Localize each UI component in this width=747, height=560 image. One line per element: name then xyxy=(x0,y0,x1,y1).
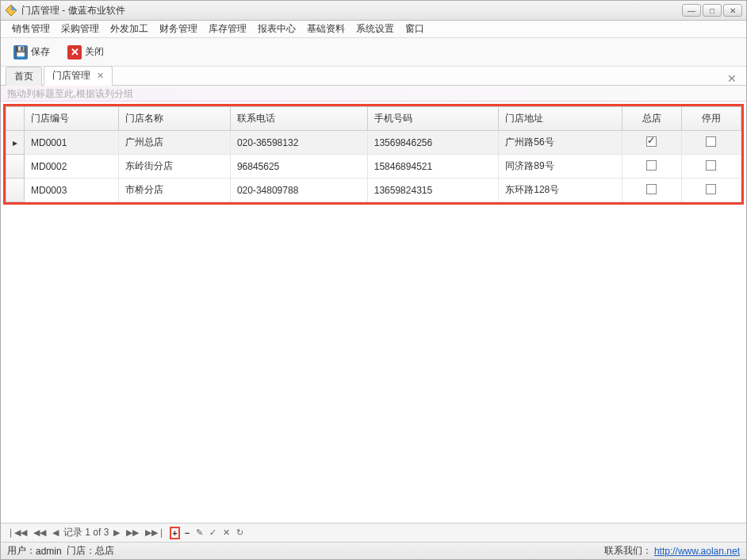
menu-purchase[interactable]: 采购管理 xyxy=(56,21,104,37)
nav-add-icon[interactable]: + xyxy=(170,527,179,539)
cell-name[interactable]: 广州总店 xyxy=(118,131,230,155)
nav-refresh-icon[interactable]: ↻ xyxy=(235,527,245,538)
close-label: 关闭 xyxy=(85,45,104,59)
row-marker-header xyxy=(6,107,25,131)
nav-nextpage-icon[interactable]: ▶▶ xyxy=(125,527,140,538)
grid-area: 门店编号 门店名称 联系电话 手机号码 门店地址 总店 停用 ▸ MD0001 … xyxy=(1,102,746,523)
close-window-button[interactable]: ✕ xyxy=(723,4,742,17)
window-controls: — □ ✕ xyxy=(682,4,742,17)
col-name[interactable]: 门店名称 xyxy=(118,107,230,131)
record-navigator: ❘◀◀ ◀◀ ◀ 记录 1 of 3 ▶ ▶▶ ▶▶❘ + − ✎ ✓ ✕ ↻ xyxy=(1,523,746,542)
cell-tel[interactable]: 020-34809788 xyxy=(230,178,367,202)
app-window: 门店管理 - 傲蓝布业软件 — □ ✕ 销售管理 采购管理 外发加工 财务管理 … xyxy=(0,0,747,560)
tabbar: 首页 门店管理 ✕ ✕ xyxy=(1,67,746,86)
cell-tel[interactable]: 96845625 xyxy=(230,155,367,178)
save-label: 保存 xyxy=(31,45,50,59)
menu-sales[interactable]: 销售管理 xyxy=(7,21,55,37)
tab-store-manage[interactable]: 门店管理 ✕ xyxy=(44,66,113,86)
save-button[interactable]: 💾 保存 xyxy=(9,43,55,62)
table-row[interactable]: MD0002 东岭街分店 96845625 15846894521 同济路89号 xyxy=(6,155,741,178)
store-table: 门店编号 门店名称 联系电话 手机号码 门店地址 总店 停用 ▸ MD0001 … xyxy=(6,106,741,202)
status-user: admin xyxy=(36,546,62,557)
status-link[interactable]: http://www.aolan.net xyxy=(654,546,740,557)
table-row[interactable]: ▸ MD0001 广州总店 020-36598132 13569846256 广… xyxy=(6,131,741,155)
row-marker xyxy=(6,178,25,202)
tab-home-label: 首页 xyxy=(14,71,33,82)
row-marker xyxy=(6,155,25,178)
nav-last-icon[interactable]: ▶▶❘ xyxy=(144,527,167,538)
nav-next-icon[interactable]: ▶ xyxy=(112,527,121,538)
menu-window[interactable]: 窗口 xyxy=(400,21,429,37)
status-user-label: 用户： xyxy=(7,544,36,558)
col-addr[interactable]: 门店地址 xyxy=(499,107,622,131)
status-store: 总店 xyxy=(95,544,114,558)
menu-settings[interactable]: 系统设置 xyxy=(351,21,399,37)
col-hq[interactable]: 总店 xyxy=(622,107,681,131)
cell-hq[interactable] xyxy=(622,155,681,178)
col-tel[interactable]: 联系电话 xyxy=(230,107,367,131)
nav-first-icon[interactable]: ❘◀◀ xyxy=(6,527,29,538)
tab-active-label: 门店管理 xyxy=(52,70,90,81)
cell-name[interactable]: 市桥分店 xyxy=(118,178,230,202)
close-button[interactable]: ✕ 关闭 xyxy=(63,43,109,62)
toolbar: 💾 保存 ✕ 关闭 xyxy=(1,38,746,67)
cell-tel[interactable]: 020-36598132 xyxy=(230,131,367,155)
header-row: 门店编号 门店名称 联系电话 手机号码 门店地址 总店 停用 xyxy=(6,107,741,131)
cell-id[interactable]: MD0001 xyxy=(25,131,119,155)
menu-finance[interactable]: 财务管理 xyxy=(155,21,202,37)
close-icon: ✕ xyxy=(67,45,82,59)
save-icon: 💾 xyxy=(13,45,28,59)
status-contact-label: 联系我们： xyxy=(604,544,652,558)
row-marker: ▸ xyxy=(6,131,25,155)
menu-outsource[interactable]: 外发加工 xyxy=(105,21,153,37)
nav-prev-icon[interactable]: ◀ xyxy=(51,527,60,538)
checkbox-icon xyxy=(706,136,716,147)
cell-addr[interactable]: 东环路128号 xyxy=(499,178,622,202)
checkbox-checked-icon xyxy=(646,136,657,147)
col-id[interactable]: 门店编号 xyxy=(25,107,119,131)
empty-area xyxy=(3,205,744,520)
cell-id[interactable]: MD0002 xyxy=(25,155,119,178)
status-store-label: 门店： xyxy=(67,544,95,558)
cell-mobile[interactable]: 13569846256 xyxy=(367,131,499,155)
checkbox-icon xyxy=(646,184,657,194)
cell-hq[interactable] xyxy=(622,178,681,202)
cell-disabled[interactable] xyxy=(681,131,741,155)
cell-addr[interactable]: 同济路89号 xyxy=(499,155,622,178)
cell-disabled[interactable] xyxy=(681,155,741,178)
tab-close-icon[interactable]: ✕ xyxy=(97,71,104,80)
menubar: 销售管理 采购管理 外发加工 财务管理 库存管理 报表中心 基础资料 系统设置 … xyxy=(1,21,746,38)
statusbar: 用户： admin 门店： 总店 联系我们： http://www.aolan.… xyxy=(1,542,746,559)
cell-disabled[interactable] xyxy=(681,178,741,202)
col-mobile[interactable]: 手机号码 xyxy=(367,107,499,131)
cell-mobile[interactable]: 13659824315 xyxy=(367,178,499,202)
grid-highlight: 门店编号 门店名称 联系电话 手机号码 门店地址 总店 停用 ▸ MD0001 … xyxy=(3,104,744,205)
titlebar: 门店管理 - 傲蓝布业软件 — □ ✕ xyxy=(1,1,746,21)
group-hint: 拖动列标题至此,根据该列分组 xyxy=(1,86,746,102)
app-icon xyxy=(5,4,17,17)
nav-accept-icon[interactable]: ✓ xyxy=(208,527,218,538)
menu-inventory[interactable]: 库存管理 xyxy=(204,21,251,37)
tabs-close-all-icon[interactable]: ✕ xyxy=(722,72,741,85)
menu-report[interactable]: 报表中心 xyxy=(253,21,301,37)
cell-name[interactable]: 东岭街分店 xyxy=(118,155,230,178)
checkbox-icon xyxy=(646,160,657,171)
cell-addr[interactable]: 广州路56号 xyxy=(499,131,622,155)
menu-basedata[interactable]: 基础资料 xyxy=(302,21,350,37)
tab-home[interactable]: 首页 xyxy=(6,67,42,86)
nav-prevpage-icon[interactable]: ◀◀ xyxy=(32,527,48,538)
cell-hq[interactable] xyxy=(622,131,681,155)
maximize-button[interactable]: □ xyxy=(703,4,722,17)
nav-edit-icon[interactable]: ✎ xyxy=(194,527,205,538)
table-row[interactable]: MD0003 市桥分店 020-34809788 13659824315 东环路… xyxy=(6,178,741,202)
cell-mobile[interactable]: 15846894521 xyxy=(367,155,499,178)
nav-cancel-icon[interactable]: ✕ xyxy=(221,527,232,538)
checkbox-icon xyxy=(706,160,716,171)
nav-remove-icon[interactable]: − xyxy=(183,528,191,538)
cell-id[interactable]: MD0003 xyxy=(25,178,119,202)
minimize-button[interactable]: — xyxy=(682,4,701,17)
col-disabled[interactable]: 停用 xyxy=(681,107,741,131)
checkbox-icon xyxy=(706,184,716,194)
nav-record-label: 记录 1 of 3 xyxy=(63,526,109,539)
window-title: 门店管理 - 傲蓝布业软件 xyxy=(21,4,682,17)
